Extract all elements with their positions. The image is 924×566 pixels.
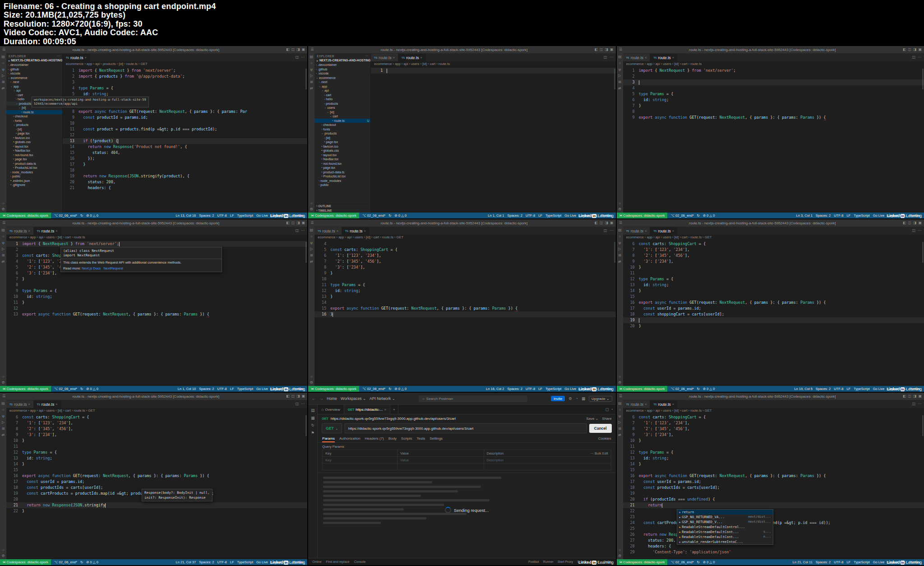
status-item[interactable]: UTF-8 (217, 213, 227, 218)
menu-icon[interactable]: ☰ (310, 48, 314, 51)
suggestion-item[interactable]: ▪GSP_NO_RETURNED_V...next/dist... (677, 520, 773, 524)
file-item[interactable]: ▪page.tsx (314, 140, 370, 144)
suggestion-item[interactable]: ▪ReadableStreamDefaultControl... (677, 524, 773, 529)
search-icon[interactable]: ○ (619, 61, 621, 65)
tab-route-ts[interactable]: TSroute.ts× (6, 227, 34, 235)
layout-sidebar-icon[interactable]: ◧ (903, 221, 906, 225)
file-item[interactable]: ▪route.tsU (314, 119, 370, 123)
file-item[interactable]: ▪NavBar.tsx (314, 157, 370, 162)
status-item[interactable]: Go Live (873, 213, 885, 218)
tab-route-ts[interactable]: TSroute.ts× (342, 227, 370, 235)
remote-icon[interactable]: ⇄ (310, 260, 313, 264)
source-control-icon[interactable]: ψ (619, 414, 621, 418)
status-item[interactable]: UTF-8 (526, 387, 535, 391)
tab-route-ts[interactable]: TSroute.ts× (398, 54, 426, 61)
split-icon[interactable]: ◫ (604, 229, 607, 232)
run-debug-icon[interactable]: ▷ (310, 247, 313, 251)
customize-layout-icon[interactable]: ▣ (302, 221, 305, 225)
settings-icon[interactable]: ⚙ (618, 554, 621, 558)
status-item[interactable]: LF (538, 387, 542, 391)
problems-indicator[interactable]: ⊘ 0 △ 0 (395, 213, 407, 218)
remote-indicator[interactable]: ><Codespaces: didactic-spork (617, 213, 668, 218)
folder-item[interactable]: ⌄cart (314, 114, 370, 119)
account-icon[interactable]: ○ (2, 202, 5, 205)
param-input[interactable] (484, 464, 611, 470)
layout-panel-icon[interactable]: ◫ (291, 394, 295, 398)
flows-icon[interactable]: ⚑ (311, 431, 315, 435)
status-item[interactable]: Start Proxy (558, 560, 573, 563)
run-debug-icon[interactable]: ▷ (619, 74, 621, 78)
more-icon[interactable]: ⋯ (918, 56, 921, 59)
outline-section[interactable]: › OUTLINE (314, 204, 370, 208)
layout-panel-icon[interactable]: ◫ (600, 221, 603, 225)
extensions-icon[interactable]: ⊞ (310, 254, 313, 257)
git-branch-item[interactable]: ⌥ 02_06_end* (54, 560, 77, 564)
tab-route-ts[interactable]: TSroute.ts× (623, 227, 651, 235)
files-icon[interactable]: ▤ (618, 228, 622, 232)
bulk-edit-button[interactable]: ⋯ Bulk Edit (590, 451, 608, 455)
status-item[interactable]: UTF-8 (834, 560, 843, 564)
environment-quick-look-icon[interactable]: ◔ (611, 408, 613, 412)
folder-item[interactable]: ⌄ecommerce (6, 76, 62, 80)
run-debug-icon[interactable]: ▷ (619, 421, 621, 424)
problems-indicator[interactable]: ⊘ 0 △ 0 (86, 387, 98, 391)
remote-indicator[interactable]: ><Codespaces: didactic-spork (308, 213, 359, 218)
folder-item[interactable]: ›[id] (314, 136, 370, 140)
request-tab[interactable]: Headers (7) (365, 436, 384, 441)
remote-indicator[interactable]: ><Codespaces: didactic-spork (0, 213, 51, 218)
status-item[interactable]: Ln 13, Col 16 (176, 213, 196, 218)
request-tab[interactable]: Tests (417, 436, 425, 441)
status-item[interactable]: UTF-8 (834, 387, 843, 391)
param-input[interactable] (323, 464, 397, 470)
request-tab[interactable]: Settings (430, 436, 443, 441)
tab-route-ts[interactable]: TSroute.ts× (650, 227, 678, 235)
share-button[interactable]: Share (602, 417, 611, 421)
customize-layout-icon[interactable]: ▣ (610, 221, 614, 225)
status-item[interactable]: Ln 1, Col 1 (488, 213, 504, 218)
status-item[interactable]: UTF-8 (217, 387, 227, 391)
close-icon[interactable]: × (645, 402, 647, 406)
remote-indicator[interactable]: ><Codespaces: didactic-spork (0, 559, 51, 565)
suggestion-item[interactable]: ▪ReadableStreamDefaultCont...s... (677, 529, 773, 534)
search-icon[interactable]: ○ (310, 61, 313, 65)
sync-icon[interactable]: ↻ (388, 213, 391, 218)
folder-item[interactable]: ⌄products (6, 123, 62, 127)
file-item[interactable]: ▪layout.tsx (314, 153, 370, 158)
more-icon[interactable]: ⋯ (918, 402, 921, 406)
customize-layout-icon[interactable]: ▣ (918, 48, 922, 51)
customize-layout-icon[interactable]: ▣ (302, 48, 305, 51)
folder-item[interactable]: ›.vscode (6, 71, 62, 76)
folder-item[interactable]: ⌄products (314, 131, 370, 136)
status-item[interactable]: Online (312, 560, 321, 563)
source-control-icon[interactable]: ψ (619, 68, 621, 71)
search-input[interactable]: ○Search Postman (419, 395, 527, 402)
source-control-icon[interactable]: ψ (310, 68, 313, 71)
explorer-more-icon[interactable]: ⋯ (57, 54, 60, 58)
extensions-icon[interactable]: ⊞ (2, 80, 5, 84)
sync-icon[interactable]: ↻ (80, 387, 83, 391)
layout-sidebar-icon[interactable]: ◧ (594, 48, 598, 51)
problems-indicator[interactable]: ⊘ 0 △ 0 (86, 213, 98, 218)
folder-item[interactable]: ›public (314, 183, 370, 187)
folder-item[interactable]: ⌄[id] (314, 110, 370, 115)
layout-secondary-sidebar-icon[interactable]: ◨ (913, 48, 917, 51)
file-item[interactable]: ▪favicon.ico (6, 136, 62, 140)
customize-layout-icon[interactable]: ▣ (918, 394, 922, 398)
suggestion-item[interactable]: ▪return (677, 510, 773, 515)
folder-item[interactable]: ›fonts (6, 119, 62, 123)
status-item[interactable]: Go Live (564, 387, 576, 391)
file-item[interactable]: ▪ProductsList.tsx (314, 174, 370, 179)
tab-route-ts[interactable]: TSroute.ts× (34, 227, 61, 235)
sync-icon[interactable]: ↻ (80, 213, 83, 218)
status-item[interactable]: Ln 1, Col 10 (178, 387, 196, 391)
close-icon[interactable]: × (645, 56, 647, 60)
files-icon[interactable]: ▤ (1, 402, 5, 405)
files-icon[interactable]: ▤ (310, 55, 314, 59)
status-item[interactable]: Spaces: 2 (816, 560, 831, 564)
param-input[interactable] (397, 464, 484, 470)
folder-item[interactable]: ›checkout (6, 114, 62, 119)
status-item[interactable]: Ln 21, Col 37 (176, 560, 196, 564)
settings-icon[interactable]: ⚙ (618, 381, 621, 385)
close-icon[interactable]: × (672, 56, 674, 60)
customize-layout-icon[interactable]: ▣ (918, 221, 922, 225)
